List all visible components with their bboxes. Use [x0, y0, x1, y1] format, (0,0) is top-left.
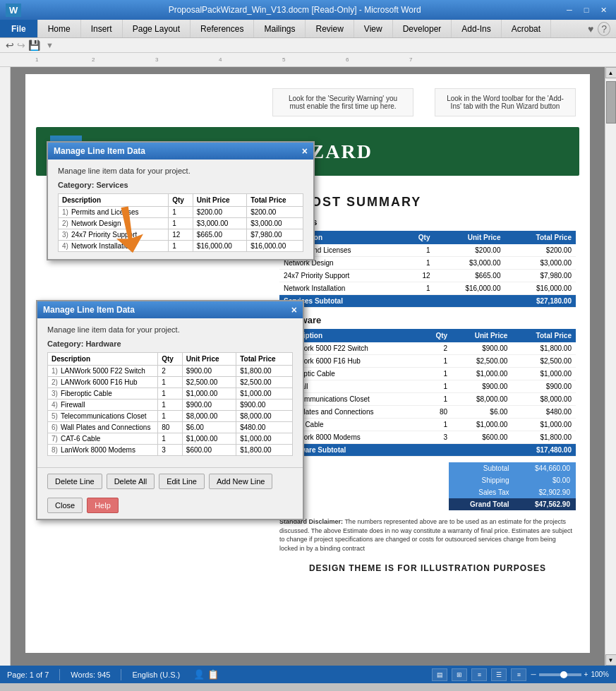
dialog2-body: Manage line item data for your project. … [37, 318, 303, 463]
redo-button[interactable]: ↪ [17, 40, 25, 51]
tab-page-layout[interactable]: Page Layout [123, 20, 191, 37]
question-icon[interactable]: ? [598, 22, 610, 36]
delete-all-button[interactable]: Delete All [107, 474, 155, 489]
dialog2-subtitle: Manage line item data for your project. [47, 325, 293, 334]
page-status: Page: 1 of 7 [7, 671, 49, 679]
addins-warning: Look in the Word toolbar for the 'Add-In… [435, 88, 576, 116]
dialog2-table: Description Qty Unit Price Total Price 1… [47, 352, 293, 456]
help-button[interactable]: Help [87, 498, 119, 513]
dialog1-body: Manage line item data for your project. … [48, 160, 313, 259]
ruler: 1 2 3 4 5 6 7 [0, 53, 616, 67]
close-button[interactable]: Close [47, 498, 83, 513]
table-row: 6)Wall Plates and Connections 80 $6.00 $… [48, 422, 293, 433]
dialog1-subtitle: Manage line item data for your project. [58, 167, 303, 175]
table-row: 3)24x7 Priority Support 12 $665.00 $7,98… [59, 229, 303, 241]
disclaimer: Standard Disclaimer: The numbers represe… [279, 517, 576, 553]
status-separator [59, 669, 60, 680]
table-row: 1)LANWork 5000 F22 Switch 2 $900.00 $1,8… [48, 366, 293, 377]
cost-summary-header: COST SUMMARY [279, 194, 576, 210]
quick-access-toolbar: ↩ ↪ 💾 ▼ [0, 38, 616, 52]
help-icon[interactable]: ♥ [588, 23, 593, 35]
table-row: 5)Telecommunications Closet 1 $8,000.00 … [48, 411, 293, 422]
hw-col-total: Total Price [512, 329, 576, 342]
hw-col-unit: Unit Price [452, 329, 512, 342]
svc-col-total: Total Price [505, 231, 576, 244]
tab-home[interactable]: Home [38, 20, 81, 37]
delete-line-button[interactable]: Delete Line [47, 474, 102, 489]
cost-summary-title: COST SUMMARY [301, 195, 421, 210]
tab-acrobat[interactable]: Acrobat [502, 20, 551, 37]
tab-mailings[interactable]: Mailings [254, 20, 306, 37]
zoom-slider[interactable] [539, 673, 581, 676]
shipping-row: Shipping $0.00 [449, 474, 576, 486]
tab-view[interactable]: View [354, 20, 393, 37]
hardware-dialog: Manage Line Item Data × Manage line item… [36, 300, 304, 520]
zoom-out-button[interactable]: ─ [531, 671, 536, 678]
table-row: LANWork 5000 F22 Switch 2 $900.00 $1,800… [279, 342, 576, 355]
full-screen-button[interactable]: ⊞ [452, 668, 467, 681]
zoom-in-button[interactable]: + [584, 671, 588, 678]
security-warning: Look for the 'Security Warning' you must… [272, 88, 413, 116]
dialog1-close-button[interactable]: × [302, 145, 308, 157]
tab-addins[interactable]: Add-Ins [452, 20, 501, 37]
hardware-cost-table: Description Qty Unit Price Total Price L… [279, 329, 576, 457]
col-desc: Description [59, 194, 169, 207]
services-dialog: Manage Line Item Data × Manage line item… [47, 141, 315, 260]
tab-file[interactable]: File [0, 20, 38, 37]
web-layout-button[interactable]: ≡ [471, 668, 487, 681]
dialog1-category: Category: Services [58, 181, 303, 189]
tab-developer[interactable]: Developer [393, 20, 452, 37]
draft-button[interactable]: ≡ [511, 668, 526, 681]
tab-insert[interactable]: Insert [81, 20, 123, 37]
table-row: Network Design 1 $3,000.00 $3,000.00 [279, 257, 576, 270]
print-layout-button[interactable]: ▤ [432, 668, 447, 681]
table-row: CAT-6 Cable 1 $1,000.00 $1,000.00 [279, 419, 576, 431]
document-page: Look for the 'Security Warning' you must… [25, 74, 590, 653]
close-button[interactable]: ✕ [596, 4, 610, 16]
tab-references[interactable]: References [191, 20, 254, 37]
scroll-up-button[interactable]: ▲ [605, 67, 617, 78]
track-changes-icon[interactable]: 👤 [193, 669, 205, 680]
save-button[interactable]: 💾 [28, 40, 40, 51]
words-status: Words: 945 [71, 671, 110, 679]
dialog2-category: Category: Hardware [47, 340, 293, 348]
services-subtotal-row: Services Subtotal $27,180.00 [279, 295, 576, 308]
col-total: Total Price [247, 194, 303, 207]
edit-line-button[interactable]: Edit Line [159, 474, 205, 489]
review-icon[interactable]: 📋 [207, 669, 219, 680]
window-title: ProposalPackWizard_Win_V13.docm [Read-On… [27, 5, 562, 15]
table-row: 1)Permits and Licenses 1 $200.00 $200.00 [59, 207, 303, 218]
table-row: 2)Network Design 1 $3,000.00 $3,000.00 [59, 218, 303, 229]
dialog2-close-button[interactable]: × [291, 304, 297, 316]
scroll-thumb[interactable] [606, 81, 616, 124]
scrollbar[interactable]: ▲ ▼ [605, 67, 616, 666]
design-note: DESIGN THEME IS FOR ILLUSTRATION PURPOSE… [279, 563, 576, 573]
dialog1-title: Manage Line Item Data [54, 146, 145, 156]
ribbon: File Home Insert Page Layout References … [0, 20, 616, 53]
table-row: 4)Firewall 1 $900.00 $900.00 [48, 399, 293, 411]
customize-arrow[interactable]: ▼ [46, 41, 54, 49]
minimize-button[interactable]: ─ [562, 4, 576, 16]
app-icon: W [6, 4, 21, 17]
add-new-line-button[interactable]: Add New Line [209, 474, 273, 489]
maximize-button[interactable]: □ [579, 4, 593, 16]
tab-review[interactable]: Review [306, 20, 354, 37]
status-bar: Page: 1 of 7 Words: 945 English (U.S.) 👤… [0, 666, 616, 683]
sales-tax-row: Sales Tax $2,902.90 [449, 486, 576, 498]
language-status: English (U.S.) [132, 671, 180, 679]
left-panel [0, 67, 11, 666]
services-section-title: Services [279, 217, 576, 227]
dialog2-titlebar: Manage Line Item Data × [37, 301, 303, 318]
status-icons-area: 👤 📋 [193, 669, 219, 680]
undo-button[interactable]: ↩ [6, 40, 14, 51]
hardware-section-title: Hardware [279, 315, 576, 325]
title-bar: W ProposalPackWizard_Win_V13.docm [Read-… [0, 0, 616, 20]
table-row: Wall Plates and Connections 80 $6.00 $48… [279, 406, 576, 419]
outline-button[interactable]: ☰ [491, 668, 507, 681]
services-cost-table: Description Qty Unit Price Total Price P… [279, 231, 576, 308]
table-row: Firewall 1 $900.00 $900.00 [279, 380, 576, 393]
view-controls: ▤ ⊞ ≡ ☰ ≡ ─ + 100% [432, 668, 609, 681]
scroll-down-button[interactable]: ▼ [605, 654, 617, 666]
table-row: Permits and Licenses 1 $200.00 $200.00 [279, 244, 576, 257]
table-row: LANWork 6000 F16 Hub 1 $2,500.00 $2,500.… [279, 355, 576, 368]
